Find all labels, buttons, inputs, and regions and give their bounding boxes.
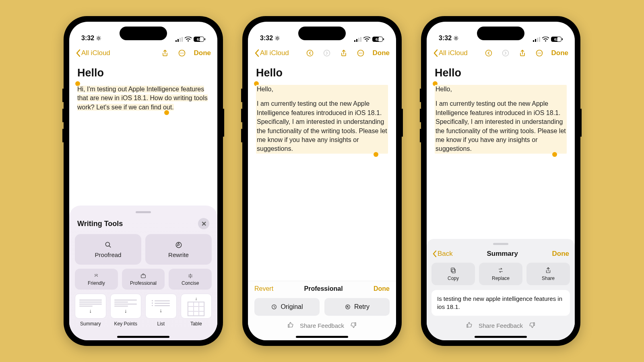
briefcase-icon bbox=[140, 273, 147, 279]
svg-point-17 bbox=[307, 50, 313, 56]
svg-rect-2 bbox=[178, 39, 179, 42]
svg-rect-26 bbox=[533, 40, 534, 42]
revert-button[interactable]: Revert bbox=[254, 285, 273, 292]
svg-rect-29 bbox=[539, 37, 540, 42]
concise-button[interactable]: Concise bbox=[169, 269, 212, 290]
back-button[interactable]: All iCloud bbox=[433, 49, 468, 57]
undo-icon[interactable] bbox=[484, 48, 493, 58]
battery-icon: 62 bbox=[551, 37, 563, 42]
thumbs-down-icon[interactable] bbox=[350, 321, 357, 330]
more-icon[interactable] bbox=[356, 48, 365, 58]
more-icon[interactable] bbox=[535, 48, 544, 58]
done-button[interactable]: Done bbox=[194, 49, 211, 57]
selection-end-handle[interactable] bbox=[374, 152, 378, 157]
result-bar: Revert Professional Done Original Retry … bbox=[248, 281, 396, 340]
share-button[interactable]: Share bbox=[526, 263, 570, 285]
home-indicator[interactable] bbox=[117, 336, 169, 338]
svg-point-7 bbox=[181, 53, 182, 53]
svg-rect-11 bbox=[141, 275, 146, 278]
sheet-grabber[interactable] bbox=[493, 243, 508, 245]
note-text-greeting: Hello, bbox=[436, 85, 566, 94]
svg-point-18 bbox=[324, 50, 330, 56]
svg-rect-13 bbox=[354, 40, 355, 42]
nav-bar: All iCloud Done bbox=[248, 44, 396, 62]
back-button[interactable]: All iCloud bbox=[76, 49, 110, 57]
magnifier-icon bbox=[104, 241, 112, 249]
dynamic-island bbox=[477, 27, 524, 40]
result-done-button[interactable]: Done bbox=[374, 285, 390, 292]
svg-rect-27 bbox=[535, 39, 536, 42]
phone-1: 3:32 62 All iCloud bbox=[64, 16, 223, 346]
status-time: 3:32 bbox=[439, 35, 452, 42]
wifi-icon bbox=[185, 37, 192, 42]
keypoints-format[interactable]: ↓ Key Points bbox=[110, 294, 142, 327]
svg-rect-36 bbox=[452, 269, 455, 273]
close-icon[interactable]: ✕ bbox=[198, 218, 209, 229]
friendly-button[interactable]: Friendly bbox=[75, 269, 118, 290]
svg-point-34 bbox=[539, 53, 539, 53]
svg-rect-15 bbox=[358, 38, 359, 42]
done-button[interactable]: Done bbox=[373, 49, 390, 57]
dynamic-island bbox=[120, 27, 167, 40]
redo-icon bbox=[501, 48, 510, 58]
done-button[interactable]: Done bbox=[551, 49, 569, 57]
note-text[interactable]: Hi, I'm testing out Apple Intelligence f… bbox=[77, 86, 208, 111]
svg-point-25 bbox=[455, 37, 457, 39]
undo-icon[interactable] bbox=[305, 48, 315, 58]
chevron-left-icon bbox=[433, 49, 438, 57]
professional-button[interactable]: Professional bbox=[122, 269, 165, 290]
summary-done-button[interactable]: Done bbox=[552, 250, 570, 258]
home-indicator[interactable] bbox=[475, 336, 527, 338]
more-icon[interactable] bbox=[177, 48, 187, 58]
compass-icon bbox=[175, 241, 183, 249]
thumbs-up-icon[interactable] bbox=[287, 321, 294, 330]
share-icon bbox=[545, 267, 552, 274]
svg-point-20 bbox=[359, 53, 359, 53]
original-button[interactable]: Original bbox=[254, 298, 320, 316]
share-icon[interactable] bbox=[339, 48, 349, 58]
retry-button[interactable]: Retry bbox=[324, 298, 390, 316]
share-feedback-label[interactable]: Share Feedback bbox=[479, 322, 523, 329]
summary-format[interactable]: ↓ Summary bbox=[75, 294, 106, 327]
chevron-left-icon bbox=[76, 49, 80, 57]
share-feedback-label[interactable]: Share Feedback bbox=[300, 322, 344, 329]
svg-point-33 bbox=[537, 53, 538, 53]
svg-rect-3 bbox=[180, 38, 181, 42]
nav-bar: All iCloud Done bbox=[69, 44, 217, 62]
svg-point-0 bbox=[98, 37, 100, 39]
cellular-icon bbox=[175, 37, 183, 42]
battery-icon: 62 bbox=[372, 37, 384, 42]
svg-point-35 bbox=[540, 53, 541, 53]
share-icon[interactable] bbox=[160, 48, 170, 58]
replace-button[interactable]: Replace bbox=[479, 263, 522, 285]
writing-tools-sheet: Writing Tools ✕ Proofread Rewrite Friend… bbox=[69, 206, 217, 340]
thumbs-up-icon[interactable] bbox=[466, 321, 473, 330]
share-icon[interactable] bbox=[518, 48, 527, 58]
svg-point-30 bbox=[485, 50, 491, 56]
screen-3: 3:32 62 All iCloud D bbox=[427, 22, 575, 340]
phone-2: 3:32 62 All iCloud D bbox=[242, 16, 402, 346]
sheet-grabber[interactable] bbox=[136, 211, 151, 213]
proofread-button[interactable]: Proofread bbox=[75, 234, 141, 265]
status-time: 3:32 bbox=[81, 35, 94, 42]
compress-icon bbox=[187, 273, 194, 279]
selection-end-handle[interactable] bbox=[164, 110, 169, 115]
summary-back-button[interactable]: Back bbox=[432, 250, 453, 258]
back-label: All iCloud bbox=[81, 49, 110, 57]
home-indicator[interactable] bbox=[296, 336, 348, 338]
svg-point-31 bbox=[502, 50, 508, 56]
table-format[interactable]: ↓ Table bbox=[181, 294, 212, 327]
back-button[interactable]: All iCloud bbox=[254, 49, 289, 57]
summary-text: Is testing the new apple intelligence fe… bbox=[431, 290, 570, 316]
thumbs-down-icon[interactable] bbox=[528, 321, 536, 330]
selection-end-handle[interactable] bbox=[552, 152, 557, 157]
svg-rect-1 bbox=[175, 40, 177, 42]
copy-button[interactable]: Copy bbox=[431, 263, 475, 285]
note-title: Hello bbox=[256, 67, 388, 79]
svg-rect-4 bbox=[182, 37, 183, 42]
svg-point-6 bbox=[180, 53, 181, 53]
screen-1: 3:32 62 All iCloud bbox=[69, 22, 217, 340]
rewrite-button[interactable]: Rewrite bbox=[145, 234, 212, 265]
redo-icon bbox=[322, 48, 332, 58]
list-format[interactable]: ↓ List bbox=[145, 294, 177, 327]
